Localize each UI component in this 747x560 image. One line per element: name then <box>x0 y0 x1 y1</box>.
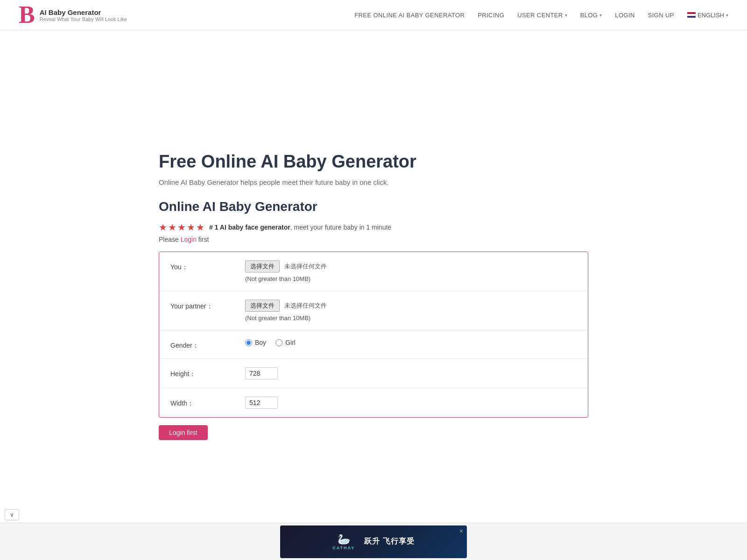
nav-link-signup[interactable]: SIGN UP <box>648 12 674 19</box>
login-link[interactable]: Login <box>181 236 197 243</box>
brand-logo-letter: B <box>19 3 35 27</box>
gender-options: Boy Girl <box>245 339 577 346</box>
gender-girl-label: Girl <box>285 339 296 346</box>
width-label: Width： <box>170 397 236 408</box>
nav-item-language[interactable]: ENGLISH ▾ <box>687 12 728 19</box>
section-title: Online AI Baby Generator <box>159 199 588 214</box>
partner-field: 选择文件 未选择任何文件 (Not greater than 10MB) <box>245 300 577 322</box>
login-prompt: Please Login first <box>159 236 588 243</box>
partner-label-text: Your partner： <box>170 302 213 310</box>
width-field <box>245 397 577 409</box>
rating-row: ★ ★ ★ ★ ★ # 1 AI baby face generator, me… <box>159 222 588 233</box>
you-field: 选择文件 未选择任何文件 (Not greater than 10MB) <box>245 260 577 282</box>
brand-logo-link[interactable]: B AI Baby Generator Reveal What Your Bab… <box>19 3 127 27</box>
main-content: Free Online AI Baby Generator Online AI … <box>149 30 598 459</box>
star-1: ★ <box>159 222 167 233</box>
nav-item-user-center[interactable]: USER CENTER ▾ <box>517 12 567 19</box>
chevron-down-icon: ▾ <box>599 13 602 18</box>
brand-text-block: AI Baby Generator Reveal What Your Baby … <box>40 8 127 22</box>
you-row: You： 选择文件 未选择任何文件 (Not greater than 10MB… <box>159 252 588 291</box>
chevron-down-icon: ▾ <box>565 13 567 18</box>
star-2: ★ <box>168 222 176 233</box>
partner-label: Your partner： <box>170 300 236 311</box>
star-4: ★ <box>187 222 195 233</box>
gender-label-text: Gender： <box>170 342 199 349</box>
nav-link-blog[interactable]: BLOG <box>580 12 598 19</box>
nav-lang-label: ENGLISH <box>698 12 724 19</box>
rating-text: # 1 AI baby face generator, meet your fu… <box>209 224 391 231</box>
gender-row: Gender： Boy Girl <box>159 330 588 359</box>
page-title: Free Online AI Baby Generator <box>159 152 588 172</box>
partner-file-wrapper: 选择文件 未选择任何文件 <box>245 300 577 312</box>
nav-menu: FREE ONLINE AI BABY GENERATOR PRICING US… <box>354 11 728 19</box>
you-file-wrapper: 选择文件 未选择任何文件 <box>245 260 577 273</box>
nav-item-login[interactable]: LOGIN <box>615 11 634 19</box>
brand-name: AI Baby Generator <box>40 8 127 16</box>
height-field <box>245 367 577 379</box>
you-label-text: You： <box>170 263 188 271</box>
gender-field: Boy Girl <box>245 339 577 346</box>
login-prompt-before: Please <box>159 236 179 243</box>
you-label: You： <box>170 260 236 272</box>
you-file-note: (Not greater than 10MB) <box>245 275 577 282</box>
partner-row: Your partner： 选择文件 未选择任何文件 (Not greater … <box>159 291 588 330</box>
you-file-no-chosen: 未选择任何文件 <box>284 262 327 271</box>
width-row: Width： <box>159 388 588 417</box>
gender-label: Gender： <box>170 339 236 350</box>
nav-link-generator[interactable]: FREE ONLINE AI BABY GENERATOR <box>354 12 465 19</box>
flag-icon <box>687 12 696 18</box>
nav-item-pricing[interactable]: PRICING <box>478 11 504 19</box>
generator-form: You： 选择文件 未选择任何文件 (Not greater than 10MB… <box>159 252 588 418</box>
nav-item-signup[interactable]: SIGN UP <box>648 11 674 19</box>
star-3: ★ <box>177 222 186 233</box>
page-subtitle: Online AI Baby Generator helps people me… <box>159 178 588 186</box>
nav-link-login[interactable]: LOGIN <box>615 12 634 19</box>
gender-girl-option[interactable]: Girl <box>275 339 296 346</box>
brand-tagline: Reveal What Your Baby Will Look Like <box>40 16 127 22</box>
login-prompt-after: first <box>198 236 209 243</box>
nav-link-pricing[interactable]: PRICING <box>478 12 504 19</box>
navbar: B AI Baby Generator Reveal What Your Bab… <box>0 0 747 30</box>
nav-item-generator[interactable]: FREE ONLINE AI BABY GENERATOR <box>354 11 465 19</box>
gender-boy-option[interactable]: Boy <box>245 339 266 346</box>
height-label-text: Height： <box>170 370 196 378</box>
login-first-button[interactable]: Login first <box>159 425 208 440</box>
partner-file-note: (Not greater than 10MB) <box>245 315 577 322</box>
partner-file-button[interactable]: 选择文件 <box>245 300 280 312</box>
height-row: Height： <box>159 359 588 388</box>
star-5: ★ <box>196 222 204 233</box>
you-file-button[interactable]: 选择文件 <box>245 260 280 273</box>
top-spacer <box>159 58 588 152</box>
chevron-down-icon: ▾ <box>726 13 728 18</box>
gender-boy-label: Boy <box>255 339 266 346</box>
rating-description: , meet your future baby in 1 minute <box>290 224 391 231</box>
width-input[interactable] <box>245 397 278 409</box>
height-input[interactable] <box>245 367 278 379</box>
nav-link-user-center[interactable]: USER CENTER <box>517 12 563 19</box>
partner-file-no-chosen: 未选择任何文件 <box>284 301 327 310</box>
gender-girl-radio[interactable] <box>275 339 282 346</box>
nav-item-blog[interactable]: BLOG ▾ <box>580 12 602 19</box>
gender-boy-radio[interactable] <box>245 339 252 346</box>
width-label-text: Width： <box>170 399 194 407</box>
height-label: Height： <box>170 367 236 378</box>
star-rating: ★ ★ ★ ★ ★ <box>159 222 204 233</box>
rating-badge: # 1 AI baby face generator <box>209 224 290 231</box>
